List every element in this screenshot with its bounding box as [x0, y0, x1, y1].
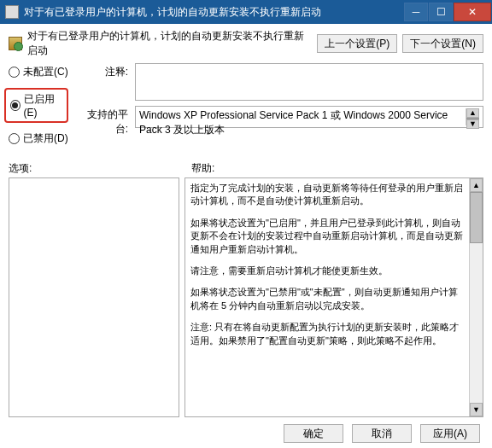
radio-not-configured[interactable]: 未配置(C)	[9, 65, 68, 79]
options-body	[9, 178, 179, 416]
radio-label: 未配置(C)	[23, 65, 68, 79]
platform-text: Windows XP Professional Service Pack 1 或…	[139, 108, 466, 125]
platform-label: 支持的平台:	[77, 106, 128, 137]
help-body: 指定为了完成计划的安装，自动更新将等待任何登录的用户重新启动计算机，而不是自动使…	[185, 178, 469, 416]
help-paragraph: 请注意，需要重新启动计算机才能使更新生效。	[190, 265, 464, 277]
title-bar: 对于有已登录用户的计算机，计划的自动更新安装不执行重新启动 ─ ☐ ✕	[0, 0, 492, 24]
scroll-down-icon[interactable]: ▼	[466, 119, 479, 129]
help-paragraph: 注意: 只有在将自动更新配置为执行计划的更新安装时，此策略才适用。如果禁用了"配…	[190, 321, 464, 347]
next-setting-button[interactable]: 下一个设置(N)	[402, 34, 483, 53]
apply-button[interactable]: 应用(A)	[420, 424, 480, 443]
maximize-button[interactable]: ☐	[429, 3, 453, 21]
radio-group: 未配置(C) 已启用(E) 已禁用(D)	[9, 63, 68, 154]
scroll-down-icon[interactable]: ▼	[470, 403, 483, 416]
scroll-up-icon[interactable]: ▲	[466, 108, 479, 118]
previous-setting-button[interactable]: 上一个设置(P)	[317, 34, 397, 53]
close-button[interactable]: ✕	[454, 3, 491, 21]
platform-box: Windows XP Professional Service Pack 1 或…	[135, 106, 483, 128]
help-panel: 指定为了完成计划的安装，自动更新将等待任何登录的用户重新启动计算机，而不是自动使…	[184, 177, 483, 417]
header-row: 对于有已登录用户的计算机，计划的自动更新安装不执行重新启动 上一个设置(P) 下…	[9, 29, 483, 58]
window-title: 对于有已登录用户的计算机，计划的自动更新安装不执行重新启动	[24, 5, 404, 20]
cancel-button[interactable]: 取消	[352, 424, 412, 443]
help-label: 帮助:	[191, 161, 483, 176]
radio-label: 已禁用(D)	[23, 131, 68, 146]
button-bar: 确定 取消 应用(A)	[9, 417, 483, 443]
app-icon	[5, 5, 19, 19]
comment-label: 注释:	[77, 63, 128, 79]
highlight-box: 已启用(E)	[4, 88, 68, 123]
help-paragraph: 指定为了完成计划的安装，自动更新将等待任何登录的用户重新启动计算机，而不是自动使…	[190, 182, 464, 208]
radio-enabled[interactable]: 已启用(E)	[10, 92, 62, 119]
options-panel	[9, 177, 179, 417]
scroll-up-icon[interactable]: ▲	[470, 178, 483, 192]
radio-label: 已启用(E)	[24, 92, 62, 119]
minimize-button[interactable]: ─	[404, 3, 428, 21]
comment-textarea[interactable]	[135, 63, 483, 101]
radio-icon	[9, 133, 20, 144]
policy-icon	[9, 37, 22, 50]
scrollbar[interactable]: ▲ ▼	[469, 178, 483, 416]
ok-button[interactable]: 确定	[284, 424, 343, 443]
radio-icon	[9, 67, 20, 78]
scrollbar[interactable]: ▲ ▼	[466, 108, 479, 125]
options-label: 选项:	[9, 161, 184, 176]
help-paragraph: 如果将状态设置为"已禁用"或"未配置"，则自动更新通知用户计算机将在 5 分钟内…	[190, 286, 464, 312]
radio-disabled[interactable]: 已禁用(D)	[9, 131, 68, 146]
help-paragraph: 如果将状态设置为"已启用"，并且用户已登录到此计算机，则自动更新不会在计划的安装…	[190, 217, 464, 256]
radio-icon	[10, 100, 20, 111]
scroll-thumb[interactable]	[470, 192, 483, 243]
policy-title: 对于有已登录用户的计算机，计划的自动更新安装不执行重新启动	[27, 29, 312, 58]
